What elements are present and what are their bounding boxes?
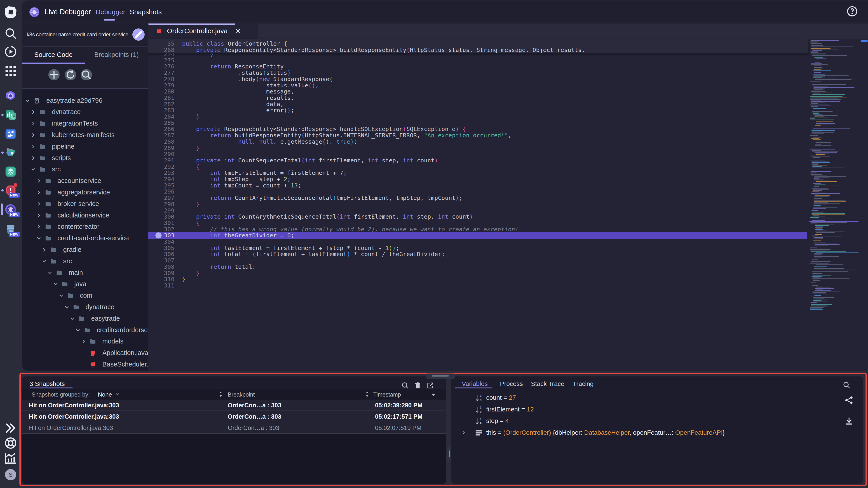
panel-split-handle[interactable] xyxy=(447,447,451,461)
code-line-310[interactable]: } xyxy=(182,276,186,282)
tree-item-scripts[interactable]: scripts xyxy=(22,152,148,164)
delete-icon[interactable] xyxy=(414,382,422,390)
search-icon[interactable] xyxy=(4,27,18,40)
line-number[interactable]: 299 xyxy=(148,207,175,214)
chevron-down-icon[interactable] xyxy=(41,259,47,264)
chevron-right-icon[interactable] xyxy=(36,201,41,207)
add-button[interactable] xyxy=(48,69,60,80)
code-line-309[interactable]: } xyxy=(182,270,200,276)
snapshots-tab[interactable]: 3 Snapshots xyxy=(30,380,65,388)
line-number[interactable]: 279 xyxy=(148,82,175,89)
code-line-279[interactable]: status.value(), xyxy=(182,82,319,89)
chevron-down-icon[interactable] xyxy=(59,293,64,298)
line-number[interactable]: 280 xyxy=(148,88,175,95)
code-line-288[interactable]: null, null, e.getMessage(), true); xyxy=(182,138,358,145)
tab-stack-trace[interactable]: Stack Trace xyxy=(531,380,564,388)
share-icon[interactable] xyxy=(844,395,854,405)
reports-chart-icon[interactable] xyxy=(4,451,18,465)
code-line-308[interactable]: return total; xyxy=(182,264,256,270)
tree-item-models[interactable]: models xyxy=(22,335,148,347)
chevron-down-icon[interactable] xyxy=(115,392,120,397)
line-number[interactable]: 305 xyxy=(148,245,175,251)
user-avatar[interactable]: S xyxy=(4,468,18,482)
sort-icon[interactable] xyxy=(364,391,370,398)
tree-item-dynatrace[interactable]: dynatrace xyxy=(22,106,148,118)
line-number[interactable]: 285 xyxy=(148,120,175,126)
tab-variables[interactable]: Variables xyxy=(462,380,488,388)
tab-tracing[interactable]: Tracing xyxy=(573,380,593,388)
snapshot-row[interactable]: Hit on OrderController.java:303OrderCon…… xyxy=(22,400,446,411)
line-number[interactable]: 291 xyxy=(148,157,175,163)
code-line-277[interactable]: .status(status) xyxy=(182,70,291,76)
chevron-down-icon[interactable] xyxy=(64,304,70,310)
chevron-down-icon[interactable] xyxy=(31,167,36,172)
line-number[interactable]: 276 xyxy=(148,63,175,70)
code-line-281[interactable]: results, xyxy=(182,95,294,101)
chevron-down-icon[interactable] xyxy=(70,316,75,321)
sort-icon[interactable] xyxy=(218,391,223,398)
tree-item-dynatrace[interactable]: dynatrace xyxy=(22,301,148,313)
line-number[interactable]: 298 xyxy=(148,201,175,207)
close-tab-icon[interactable] xyxy=(235,28,242,34)
code-line-293[interactable]: int tmpFirstElement = firstElement + 7; xyxy=(182,170,347,176)
sticky-code-line-35[interactable]: public class OrderController { xyxy=(182,40,287,47)
line-number[interactable]: 302 xyxy=(148,226,175,232)
code-line-280[interactable]: message, xyxy=(182,88,294,95)
tree-item-pipeline[interactable]: pipeline xyxy=(22,141,148,152)
line-number[interactable]: 278 xyxy=(148,76,175,82)
tree-item-calculationservice[interactable]: calculationservice xyxy=(22,209,148,221)
line-number[interactable]: 308 xyxy=(148,264,175,270)
line-number[interactable]: 281 xyxy=(148,95,175,101)
tree-item-accountservice[interactable]: accountservice xyxy=(22,175,148,187)
line-number[interactable]: 304 xyxy=(148,238,175,245)
chevron-down-icon[interactable] xyxy=(25,98,30,103)
code-line-284[interactable]: } xyxy=(182,113,200,120)
chevron-right-icon[interactable] xyxy=(81,339,86,344)
tree-item-easytrade[interactable]: easytrade xyxy=(22,313,148,324)
chevron-down-icon[interactable] xyxy=(36,235,41,241)
column-header-timestamp[interactable]: Timestamp xyxy=(373,391,401,398)
workflows-arrows-icon[interactable] xyxy=(4,127,18,141)
line-number[interactable]: 295 xyxy=(148,182,175,189)
line-number[interactable]: 311 xyxy=(148,282,175,289)
tree-item-kubernetes-manifests[interactable]: kubernetes-manifests xyxy=(22,129,148,141)
line-number[interactable]: 293 xyxy=(148,170,175,176)
minimap[interactable] xyxy=(809,39,861,370)
help-icon[interactable] xyxy=(846,5,858,17)
refresh-button[interactable] xyxy=(65,69,76,80)
line-number[interactable]: 294 xyxy=(148,176,175,182)
expand-chevrons-icon[interactable] xyxy=(4,421,18,435)
snapshot-row[interactable]: Hit on OrderController.java:303OrderCon…… xyxy=(22,411,446,422)
panel-resize-handle[interactable] xyxy=(426,373,455,379)
variable-row-this[interactable]: this = (OrderController) {dbHelper: Data… xyxy=(451,427,863,438)
tree-item-main[interactable]: main xyxy=(22,267,148,279)
tree-item-contentcreator[interactable]: contentcreator xyxy=(22,221,148,232)
search-button[interactable] xyxy=(81,69,92,80)
chevron-right-icon[interactable] xyxy=(31,121,36,126)
code-line-295[interactable]: int tmpCount = count + 13; xyxy=(182,182,301,189)
chevron-right-icon[interactable] xyxy=(31,109,36,115)
line-number[interactable]: 282 xyxy=(148,101,175,107)
tree-item-src[interactable]: src xyxy=(22,163,148,175)
line-number[interactable]: 290 xyxy=(148,151,175,157)
session-replay-icon[interactable] xyxy=(4,45,18,59)
sticky-line-number[interactable]: 268 xyxy=(148,47,175,53)
chevron-down-icon[interactable] xyxy=(75,327,81,333)
line-number[interactable]: 284 xyxy=(148,113,175,120)
code-line-298[interactable]: } xyxy=(182,201,200,207)
download-icon[interactable] xyxy=(844,416,854,426)
line-number[interactable]: 306 xyxy=(148,251,175,257)
tree-item-src[interactable]: src xyxy=(22,255,148,267)
line-number[interactable]: 310 xyxy=(148,276,175,282)
column-header-breakpoint[interactable]: Breakpoint xyxy=(228,391,255,398)
open-in-new-icon[interactable] xyxy=(426,382,434,390)
code-line-305[interactable]: int lastElement = firstElement + (step *… xyxy=(182,245,399,251)
chevron-right-icon[interactable] xyxy=(31,155,36,161)
search-icon[interactable] xyxy=(842,381,850,389)
tab-breakpoints[interactable]: Breakpoints (1) xyxy=(85,51,148,59)
line-number[interactable]: 277 xyxy=(148,70,175,76)
variable-row-step[interactable]: 19step = 4 xyxy=(451,415,863,427)
code-line-283[interactable]: error)); xyxy=(182,107,294,113)
editor-scrollbar-thumb[interactable] xyxy=(861,40,868,42)
line-number[interactable]: 275 xyxy=(148,57,175,63)
